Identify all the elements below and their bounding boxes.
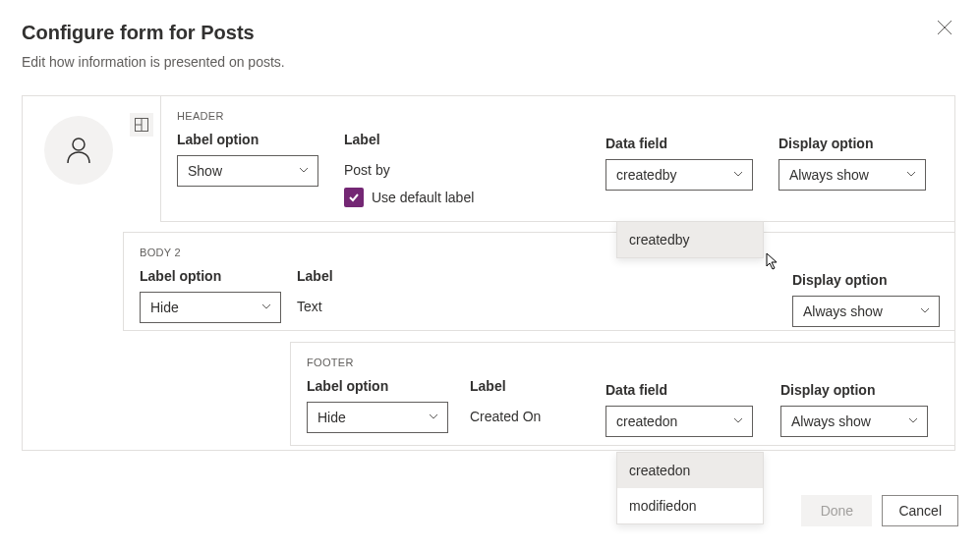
chevron-down-icon: [919, 303, 931, 319]
header-display-option-value: Always show: [789, 167, 869, 183]
body2-display-option-label: Display option: [792, 272, 940, 288]
dialog-subtitle: Edit how information is presented on pos…: [22, 54, 958, 70]
header-display-option-select[interactable]: Always show: [778, 159, 926, 191]
body2-label-option-label: Label option: [140, 268, 297, 284]
svg-point-2: [73, 138, 85, 150]
footer-label-option-value: Hide: [317, 410, 346, 425]
header-data-field-value: createdby: [616, 167, 676, 183]
configure-form-dialog: Configure form for Posts Edit how inform…: [0, 0, 980, 550]
close-button[interactable]: [937, 20, 952, 35]
header-tag: HEADER: [177, 110, 940, 122]
header-label-option-value: Show: [188, 163, 222, 179]
chevron-down-icon: [298, 163, 310, 179]
header-data-field-dropdown: createdby: [616, 221, 764, 258]
footer-label-value: Created On: [470, 402, 619, 424]
body2-section: BODY 2 Label option Hide Label Text: [123, 232, 955, 331]
footer-display-option-label: Display option: [780, 382, 928, 398]
layout-icon-button[interactable]: [130, 113, 153, 137]
body2-label-option-select[interactable]: Hide: [140, 292, 281, 323]
person-icon: [66, 137, 91, 164]
header-section: HEADER Label option Show Label Post by: [160, 96, 955, 222]
header-label-value: Post by: [344, 155, 617, 178]
layout-icon: [135, 118, 148, 132]
dropdown-option[interactable]: createdby: [617, 222, 763, 257]
footer-display-option-value: Always show: [791, 413, 871, 429]
footer-display-option-select[interactable]: Always show: [780, 406, 928, 437]
footer-data-field-dropdown: createdon modifiedon: [616, 452, 764, 524]
header-data-field-select[interactable]: createdby: [605, 159, 753, 191]
dropdown-option[interactable]: modifiedon: [617, 488, 763, 523]
chevron-down-icon: [260, 300, 272, 315]
header-data-field-label: Data field: [605, 136, 753, 151]
checkmark-icon: [347, 191, 361, 204]
use-default-label-checkbox[interactable]: [344, 188, 364, 207]
cancel-button[interactable]: Cancel: [882, 495, 958, 526]
use-default-label-text: Use default label: [372, 190, 474, 205]
chevron-down-icon: [905, 167, 917, 183]
footer-section: FOOTER Label option Hide Label Created O…: [290, 342, 955, 446]
close-icon: [937, 20, 952, 35]
body2-label-value: Text: [297, 292, 592, 314]
chevron-down-icon: [732, 413, 744, 429]
footer-label-option-label: Label option: [307, 378, 470, 394]
chevron-down-icon: [428, 410, 439, 425]
footer-data-field-label: Data field: [605, 382, 753, 398]
dropdown-option[interactable]: createdon: [617, 453, 763, 488]
body2-display-option-select[interactable]: Always show: [792, 296, 940, 327]
avatar-placeholder: [44, 116, 113, 185]
body2-label-label: Label: [297, 268, 592, 284]
done-button[interactable]: Done: [801, 495, 872, 526]
body2-label-option-value: Hide: [150, 300, 179, 315]
footer-label-option-select[interactable]: Hide: [307, 402, 448, 433]
header-label-option-label: Label option: [177, 132, 344, 147]
footer-data-field-value: createdon: [616, 413, 677, 429]
layout-panel: HEADER Label option Show Label Post by: [22, 95, 955, 451]
body2-display-option-value: Always show: [803, 303, 883, 319]
footer-data-field-select[interactable]: createdon: [605, 406, 753, 437]
dialog-title: Configure form for Posts: [22, 22, 958, 44]
header-label-label: Label: [344, 132, 617, 147]
chevron-down-icon: [907, 413, 919, 429]
footer-label-label: Label: [470, 378, 619, 394]
header-display-option-label: Display option: [778, 136, 926, 151]
body2-tag: BODY 2: [140, 247, 940, 258]
dialog-button-row: Done Cancel: [801, 495, 958, 526]
footer-tag: FOOTER: [307, 357, 940, 368]
chevron-down-icon: [732, 167, 744, 183]
header-label-option-select[interactable]: Show: [177, 155, 318, 187]
